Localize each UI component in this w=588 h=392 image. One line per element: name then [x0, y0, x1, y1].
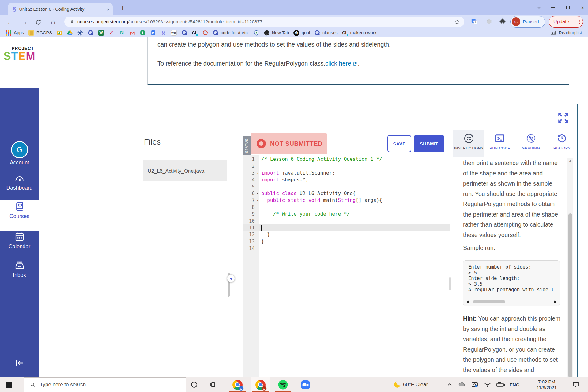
- file-item[interactable]: U2_L6_Activity_One.java: [143, 160, 227, 181]
- code-line-6[interactable]: 6▾public class U2_L6_Activity_One{: [243, 190, 450, 197]
- task-view-icon[interactable]: [209, 381, 217, 388]
- reload-icon[interactable]: [34, 18, 43, 25]
- tab-run-code[interactable]: RUN CODE: [484, 130, 516, 157]
- battery-plug-icon[interactable]: [496, 381, 505, 388]
- onedrive-cloud-icon[interactable]: [458, 381, 466, 388]
- documentation-link[interactable]: click here: [325, 60, 351, 67]
- instructions-scrollbar[interactable]: ▲: [567, 158, 573, 379]
- bookmark-pgcps[interactable]: PGCPS: [28, 29, 52, 36]
- editor-scrollbar-thumb[interactable]: [449, 277, 451, 290]
- scroll-left-icon[interactable]: [466, 300, 469, 303]
- scroll-thumb[interactable]: [473, 300, 505, 303]
- extensions-puzzle-icon[interactable]: [499, 18, 506, 25]
- bookmark-quizlet-icon[interactable]: [181, 29, 187, 36]
- bookmark-drive-icon[interactable]: [67, 29, 73, 36]
- update-chrome-button[interactable]: Update: [549, 16, 583, 28]
- sidebar-item-dashboard[interactable]: Dashboard: [0, 172, 39, 196]
- new-tab-button[interactable]: +: [119, 4, 127, 12]
- start-button-icon[interactable]: [6, 381, 13, 388]
- bookmark-apps[interactable]: Apps: [6, 29, 24, 36]
- bookmark-cl-icon[interactable]: CL: [192, 29, 198, 36]
- bookmark-makeup-work[interactable]: CLmakeup work: [342, 29, 376, 36]
- tab-grading[interactable]: GRADING: [515, 130, 547, 157]
- cortana-icon[interactable]: [190, 381, 198, 388]
- sidebar-item-inbox[interactable]: Inbox: [0, 258, 39, 283]
- bookmark-red-z-icon[interactable]: Z: [108, 29, 115, 36]
- sidebar-item-account[interactable]: GAccount: [0, 140, 39, 171]
- browser-tab[interactable]: § Unit 2: Lesson 6 - Coding Activity ×: [8, 3, 113, 15]
- code-line-9[interactable]: 9 /* Write your code here */: [243, 211, 450, 217]
- sidebar-collapse-icon[interactable]: [14, 358, 25, 368]
- bookmark-canvas-icon[interactable]: [202, 29, 208, 36]
- bookmark-shield-icon[interactable]: [253, 29, 259, 36]
- bookmark-green-w-icon[interactable]: W: [98, 29, 104, 36]
- code-line-2[interactable]: 2: [243, 163, 450, 169]
- action-center-icon[interactable]: [572, 381, 579, 388]
- fullscreen-expand-icon[interactable]: [557, 111, 570, 124]
- sidebar-item-courses[interactable]: Courses: [0, 200, 39, 231]
- minimize-button[interactable]: [549, 4, 557, 11]
- profile-sync-paused-button[interactable]: G Paused: [510, 16, 545, 28]
- wireless-display-icon[interactable]: [471, 381, 478, 388]
- bookmark-gmail-icon[interactable]: [129, 29, 135, 36]
- wifi-icon[interactable]: [484, 381, 491, 388]
- taskbar-clock[interactable]: 7:02 PM 11/9/2021: [529, 379, 565, 390]
- bookmark-clauses[interactable]: clauses: [314, 29, 337, 36]
- bookmark-teal-n-icon[interactable]: N: [119, 29, 125, 36]
- extension-cube-icon[interactable]: [486, 18, 492, 25]
- bookmark-star-icon[interactable]: [454, 19, 460, 25]
- browser-menu-icon[interactable]: [579, 20, 580, 24]
- fold-arrow-icon[interactable]: ▾: [257, 170, 258, 176]
- bookmark-new-tab[interactable]: New Tab: [264, 29, 289, 36]
- tab-history[interactable]: HISTORY: [547, 130, 578, 157]
- code-line-5[interactable]: 5: [243, 183, 450, 190]
- code-line-8[interactable]: 8: [243, 204, 450, 211]
- panel-collapse-button[interactable]: ◀: [227, 274, 235, 282]
- save-button[interactable]: SAVE: [387, 135, 411, 152]
- bookmark-green-leaf-icon[interactable]: [140, 29, 146, 36]
- bookmark-w3r-icon[interactable]: w3r: [171, 29, 177, 36]
- code-line-14[interactable]: 14: [243, 245, 450, 252]
- bookmark-contact-badge-icon[interactable]: [56, 29, 62, 36]
- bookmark-code-for-t-etc-[interactable]: code for /t etc.: [213, 29, 249, 36]
- code-editor[interactable]: 1/* Lesson 6 Coding Activity Question 1 …: [243, 156, 450, 252]
- tab-search-icon[interactable]: [535, 4, 543, 11]
- bookmark-blue-doc-icon[interactable]: [150, 29, 156, 36]
- weather-moon-icon[interactable]: [393, 381, 401, 389]
- bookmark-helm-icon[interactable]: [77, 29, 83, 36]
- bookmark-quizlet-icon[interactable]: [88, 29, 94, 36]
- code-line-10[interactable]: 10: [243, 218, 450, 224]
- translate-icon[interactable]: GA: [471, 18, 478, 25]
- taskbar-app-zoom[interactable]: [296, 377, 315, 392]
- home-icon[interactable]: ⌂: [48, 18, 58, 26]
- scroll-up-icon[interactable]: ▲: [567, 159, 573, 162]
- taskbar-app-chrome-profile-2[interactable]: G: [251, 377, 270, 392]
- sample-horizontal-scrollbar[interactable]: [466, 300, 557, 304]
- tab-close-icon[interactable]: ×: [107, 7, 110, 12]
- address-bar[interactable]: courses.projectstem.org/courses/10329/as…: [64, 17, 464, 27]
- reading-list-label[interactable]: Reading list: [559, 30, 582, 35]
- code-line-13[interactable]: 13}: [243, 238, 450, 245]
- code-line-11[interactable]: 11: [243, 224, 450, 231]
- fold-arrow-icon[interactable]: ▾: [257, 197, 258, 204]
- reading-list-icon[interactable]: [550, 30, 556, 36]
- forward-icon[interactable]: →: [20, 18, 29, 26]
- submit-button[interactable]: SUBMIT: [414, 135, 444, 152]
- tab-instructions[interactable]: INSTRUCTIONS: [453, 130, 484, 157]
- bookmark-section-icon[interactable]: §: [160, 29, 167, 36]
- code-line-1[interactable]: 1/* Lesson 6 Coding Activity Question 1 …: [243, 156, 450, 163]
- code-line-3[interactable]: 3▾import java.util.Scanner;: [243, 170, 450, 176]
- maximize-button[interactable]: [564, 4, 571, 11]
- project-stem-logo[interactable]: PROJECT STEM: [0, 46, 39, 62]
- tray-chevron-up-icon[interactable]: [447, 381, 453, 388]
- fold-arrow-icon[interactable]: ▾: [257, 190, 258, 197]
- taskbar-weather[interactable]: 60°F Clear: [403, 377, 428, 392]
- back-icon[interactable]: ←: [6, 18, 15, 26]
- code-line-7[interactable]: 7▾ public static void main(String[] args…: [243, 197, 450, 204]
- taskbar-search-input[interactable]: Type here to search: [24, 377, 186, 392]
- taskbar-app-spotify[interactable]: [273, 377, 292, 392]
- scroll-right-icon[interactable]: [554, 300, 556, 303]
- taskbar-language[interactable]: ENG: [510, 377, 520, 392]
- sidebar-item-calendar[interactable]: Calendar: [0, 230, 39, 254]
- instructions-scrollbar-thumb[interactable]: [568, 213, 572, 378]
